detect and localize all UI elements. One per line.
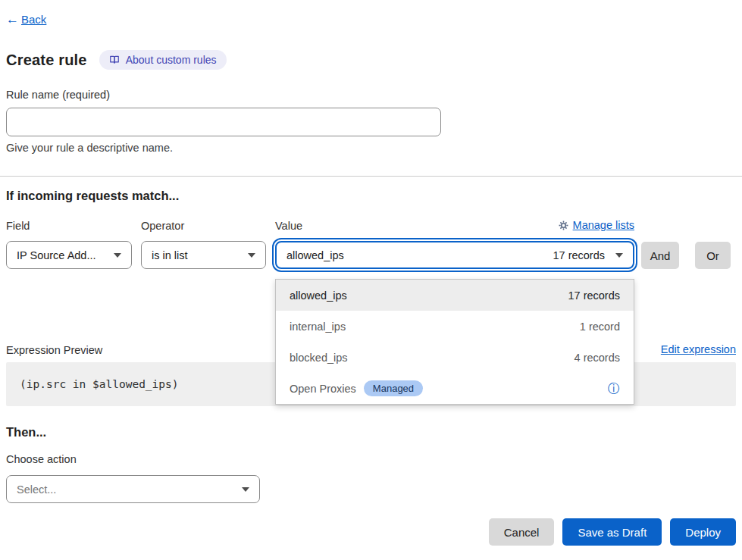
list-option-internal-ips[interactable]: internal_ips 1 record <box>276 311 634 342</box>
list-option-name: allowed_ips <box>290 289 347 302</box>
chevron-down-icon <box>615 253 623 258</box>
list-option-name: blocked_ips <box>290 352 348 364</box>
title-row: Create rule About custom rules <box>6 50 227 70</box>
chevron-down-icon <box>248 253 255 258</box>
cancel-button[interactable]: Cancel <box>489 518 555 546</box>
list-option-record-count: 17 records <box>568 289 620 302</box>
list-option-blocked-ips[interactable]: blocked_ips 4 records <box>276 342 634 373</box>
rule-name-label: Rule name (required) <box>6 89 110 101</box>
list-option-name: internal_ips <box>290 321 346 333</box>
save-as-draft-button[interactable]: Save as Draft <box>562 518 662 546</box>
rule-name-help-text: Give your rule a descriptive name. <box>6 142 173 154</box>
managed-badge: Managed <box>364 380 423 396</box>
list-option-record-count: 4 records <box>575 352 620 364</box>
gear-icon <box>559 221 568 230</box>
expression-preview-label: Expression Preview <box>6 344 102 356</box>
chevron-down-icon <box>114 253 121 258</box>
info-icon[interactable]: ⓘ <box>608 383 620 395</box>
back-link[interactable]: ← Back <box>6 13 46 26</box>
book-icon <box>109 55 120 65</box>
choose-action-label: Choose action <box>6 453 77 465</box>
field-select-value: IP Source Add... <box>17 249 96 261</box>
match-section-heading: If incoming requests match... <box>6 189 179 203</box>
action-select[interactable]: Select... <box>6 475 260 503</box>
list-option-record-count: 1 record <box>580 321 620 333</box>
section-divider <box>0 176 742 177</box>
value-select[interactable]: allowed_ips 17 records <box>275 241 634 269</box>
about-custom-rules-link[interactable]: About custom rules <box>99 50 227 70</box>
create-rule-page: ← Back Create rule About custom rules Ru… <box>0 0 742 560</box>
edit-expression-link[interactable]: Edit expression <box>661 343 736 355</box>
expression-text: (ip.src in $allowed_ips) <box>20 378 179 390</box>
footer-actions: Cancel Save as Draft Deploy <box>489 518 736 546</box>
back-link-label: Back <box>21 13 46 26</box>
operator-select-value: is in list <box>152 249 188 261</box>
value-column-label: Value <box>275 220 302 232</box>
list-option-name: Open Proxies <box>290 383 356 395</box>
and-button[interactable]: And <box>641 242 679 269</box>
action-select-placeholder: Select... <box>17 483 56 496</box>
operator-column-label: Operator <box>141 220 184 232</box>
field-column-label: Field <box>6 220 30 232</box>
operator-select[interactable]: is in list <box>141 241 266 269</box>
manage-lists-link[interactable]: Manage lists <box>559 219 634 231</box>
chevron-down-icon <box>242 487 249 492</box>
rule-name-input[interactable] <box>6 108 441 136</box>
field-select[interactable]: IP Source Add... <box>6 241 132 269</box>
manage-lists-label: Manage lists <box>573 219 634 231</box>
or-button[interactable]: Or <box>695 242 731 269</box>
about-custom-rules-label: About custom rules <box>126 54 217 66</box>
value-select-value: allowed_ips <box>286 249 344 261</box>
deploy-button[interactable]: Deploy <box>670 518 736 546</box>
page-title: Create rule <box>6 52 87 69</box>
list-option-open-proxies[interactable]: Open Proxies Managed ⓘ <box>276 373 634 404</box>
value-select-record-count: 17 records <box>553 249 605 261</box>
then-section-heading: Then... <box>6 425 46 440</box>
list-option-allowed-ips[interactable]: allowed_ips 17 records <box>276 280 634 311</box>
list-dropdown-menu: allowed_ips 17 records internal_ips 1 re… <box>275 279 634 405</box>
back-arrow-icon: ← <box>6 13 19 26</box>
